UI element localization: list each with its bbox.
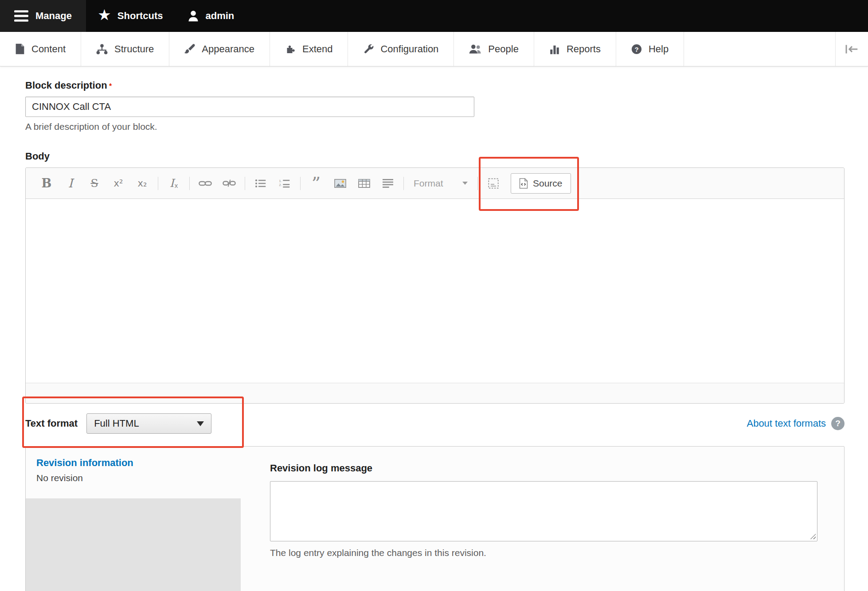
revision-log-label: Revision log message (270, 463, 372, 474)
justify-icon (383, 179, 393, 188)
source-button-label: Source (533, 178, 563, 189)
toolbar-spacer (684, 32, 835, 66)
svg-text:1.: 1. (279, 179, 282, 183)
format-dropdown[interactable]: Format (407, 178, 474, 189)
admin-bar: Manage ★ Shortcuts admin (0, 0, 868, 32)
revision-tab-summary: No revision (36, 473, 230, 483)
admin-bar-shortcuts[interactable]: ★ Shortcuts (86, 0, 176, 32)
admin-bar-manage[interactable]: Manage (0, 0, 86, 32)
revision-log-wrapper (270, 481, 817, 541)
text-format-value: Full HTML (94, 418, 139, 429)
paintbrush-icon (184, 44, 195, 54)
about-text-formats-link[interactable]: About text formats (747, 418, 826, 429)
manage-label: Manage (35, 10, 72, 22)
sitemap-icon (96, 44, 108, 54)
tab-label: People (488, 43, 519, 55)
text-format-help-icon[interactable]: ? (831, 417, 845, 430)
toolbar-separator (245, 177, 245, 190)
image-button[interactable] (330, 173, 350, 194)
shortcuts-label: Shortcuts (117, 10, 163, 22)
show-blocks-button[interactable] (483, 173, 504, 194)
revision-log-help: The log entry explaining the changes in … (270, 548, 817, 558)
tab-label: Structure (114, 43, 154, 55)
tab-label: Configuration (380, 43, 438, 55)
tab-label: Content (31, 43, 66, 55)
tab-configuration[interactable]: Configuration (348, 32, 454, 66)
unlink-button[interactable] (219, 173, 239, 194)
block-description-input[interactable] (25, 97, 474, 117)
tab-label: Extend (302, 43, 333, 55)
user-label: admin (206, 10, 235, 22)
toolbar-separator (403, 177, 404, 190)
revision-tabs-column: Revision information No revision (26, 447, 241, 591)
editor-footer (26, 383, 844, 403)
blockquote-button[interactable]: ” (306, 173, 326, 194)
text-format-row: Text format Full HTML About text formats… (25, 413, 845, 434)
editor-toolbar: B I S x² x₂ Ix (26, 168, 844, 199)
revision-tab-title: Revision information (36, 457, 230, 469)
revision-information-tab[interactable]: Revision information No revision (26, 447, 241, 498)
svg-text:?: ? (634, 45, 638, 53)
numbered-list-button[interactable]: 1.2. (274, 173, 295, 194)
body-editor: B I S x² x₂ Ix (25, 167, 845, 404)
remove-format-sub-glyph: x (175, 182, 178, 189)
source-icon (519, 178, 528, 189)
tab-label: Appearance (202, 43, 254, 55)
table-icon (358, 179, 370, 188)
remove-format-button[interactable]: Ix (164, 173, 184, 194)
tab-help[interactable]: ? Help (616, 32, 684, 66)
body-label: Body (25, 151, 50, 162)
block-description-label: Block description (25, 80, 107, 91)
strikethrough-button[interactable]: S (84, 173, 105, 194)
toolbar-separator (477, 177, 478, 190)
wrench-icon (363, 44, 374, 54)
required-marker: * (109, 82, 112, 90)
file-icon (15, 43, 25, 54)
editor-body[interactable] (26, 199, 844, 383)
toolbar-orientation-toggle[interactable] (835, 32, 868, 66)
revision-log-textarea[interactable] (270, 481, 817, 541)
block-description-help: A brief description of your block. (25, 121, 868, 132)
toolbar-orientation-icon (845, 44, 859, 54)
bar-chart-icon (549, 44, 560, 54)
revision-tabs-filler (26, 498, 241, 591)
star-icon: ★ (98, 8, 110, 22)
tab-content[interactable]: Content (0, 32, 81, 66)
toolbar-separator (189, 177, 190, 190)
user-icon (188, 10, 199, 22)
show-blocks-icon (488, 178, 499, 189)
text-format-label: Text format (25, 418, 78, 429)
toolbar-separator (300, 177, 301, 190)
link-icon (199, 179, 212, 187)
text-format-select[interactable]: Full HTML (86, 413, 211, 434)
tab-label: Help (649, 43, 669, 55)
link-button[interactable] (195, 173, 215, 194)
italic-button[interactable]: I (60, 173, 81, 194)
block-description-field: Block description * A brief description … (25, 80, 868, 132)
bulleted-list-icon (255, 179, 266, 188)
table-button[interactable] (354, 173, 374, 194)
remove-format-glyph: I (170, 177, 174, 190)
toolbar-separator (158, 177, 158, 190)
justify-button[interactable] (378, 173, 398, 194)
superscript-button[interactable]: x² (108, 173, 129, 194)
select-caret-icon (197, 421, 204, 426)
admin-toolbar: Content Structure Appearance Extend Conf… (0, 32, 868, 66)
format-dropdown-label: Format (414, 178, 443, 189)
image-icon (334, 179, 346, 188)
svg-text:2.: 2. (279, 183, 282, 187)
admin-bar-user[interactable]: admin (176, 0, 247, 32)
tab-appearance[interactable]: Appearance (169, 32, 270, 66)
puzzle-icon (285, 44, 296, 54)
tab-structure[interactable]: Structure (81, 32, 169, 66)
hamburger-icon (14, 10, 28, 22)
bold-button[interactable]: B (36, 173, 57, 194)
source-button[interactable]: Source (511, 173, 571, 194)
subscript-button[interactable]: x₂ (132, 173, 152, 194)
block-edit-form: Block description * A brief description … (0, 66, 868, 591)
tab-extend[interactable]: Extend (270, 32, 348, 66)
revision-section: Revision information No revision Revisio… (25, 446, 845, 591)
tab-reports[interactable]: Reports (534, 32, 616, 66)
bulleted-list-button[interactable] (250, 173, 271, 194)
tab-people[interactable]: People (454, 32, 534, 66)
